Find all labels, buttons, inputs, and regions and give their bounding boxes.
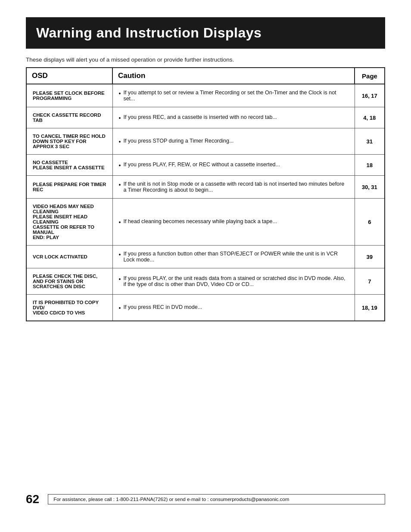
caution-cell: •If head cleaning becomes necessary whil… (112, 199, 355, 246)
caution-text: If you press REC, and a cassette is inse… (123, 114, 277, 120)
osd-cell: PLEASE CHECK THE DISC, AND FOR STAINS OR… (26, 268, 112, 295)
caution-text: If you press STOP during a Timer Recordi… (123, 138, 234, 144)
table-row: IT IS PROHIBITED TO COPY DVD/ VIDEO CD/C… (26, 295, 385, 321)
header-caution: Caution (112, 68, 355, 84)
bullet-icon: • (119, 138, 121, 145)
page-cell: 6 (355, 199, 385, 246)
caution-text: If you press a function button other tha… (123, 251, 348, 263)
osd-cell: TO CANCEL TIMER REC HOLD DOWN STOP KEY F… (26, 128, 112, 155)
page-cell: 18, 19 (355, 295, 385, 321)
bullet-icon: • (119, 162, 121, 169)
table-row: NO CASSETTE PLEASE INSERT A CASSETTE•If … (26, 155, 385, 176)
table-row: PLEASE CHECK THE DISC, AND FOR STAINS OR… (26, 268, 385, 295)
table-row: VCR LOCK ACTIVATED•If you press a functi… (26, 246, 385, 268)
header-osd: OSD (26, 68, 112, 84)
page-cell: 4, 18 (355, 107, 385, 128)
page-cell: 7 (355, 268, 385, 295)
intro-text: These displays will alert you of a misse… (26, 56, 385, 63)
page-cell: 30, 31 (355, 176, 385, 199)
page-cell: 16, 17 (355, 84, 385, 107)
caution-cell: •If you press a function button other th… (112, 246, 355, 268)
caution-cell: •If you attempt to set or review a Timer… (112, 84, 355, 107)
osd-cell: NO CASSETTE PLEASE INSERT A CASSETTE (26, 155, 112, 176)
table-row: PLEASE PREPARE FOR TIMER REC•If the unit… (26, 176, 385, 199)
page-number: 62 (26, 492, 39, 506)
warning-table: OSD Caution Page PLEASE SET CLOCK BEFORE… (26, 67, 385, 321)
caution-text: If the unit is not in Stop mode or a cas… (123, 181, 348, 193)
header-page: Page (355, 68, 385, 84)
caution-cell: •If the unit is not in Stop mode or a ca… (112, 176, 355, 199)
table-row: VIDEO HEADS MAY NEED CLEANING PLEASE INS… (26, 199, 385, 246)
caution-cell: •If you press REC, and a cassette is ins… (112, 107, 355, 128)
osd-cell: VIDEO HEADS MAY NEED CLEANING PLEASE INS… (26, 199, 112, 246)
bullet-icon: • (119, 181, 121, 188)
osd-cell: PLEASE SET CLOCK BEFORE PROGRAMMING (26, 84, 112, 107)
page-title-bar: Warning and Instruction Displays (26, 17, 385, 49)
bullet-icon: • (119, 115, 121, 121)
bullet-icon: • (119, 90, 121, 97)
osd-cell: IT IS PROHIBITED TO COPY DVD/ VIDEO CD/C… (26, 295, 112, 321)
page-title: Warning and Instruction Displays (36, 25, 375, 41)
caution-cell: •If you press PLAY, or the unit reads da… (112, 268, 355, 295)
page-container: Warning and Instruction Displays These d… (0, 0, 411, 532)
footer: 62 For assistance, please call : 1-800-2… (26, 492, 385, 506)
bullet-icon: • (119, 219, 121, 226)
table-row: PLEASE SET CLOCK BEFORE PROGRAMMING•If y… (26, 84, 385, 107)
caution-text: If you press REC in DVD mode... (123, 304, 202, 310)
osd-cell: VCR LOCK ACTIVATED (26, 246, 112, 268)
caution-cell: •If you press PLAY, FF, REW, or REC with… (112, 155, 355, 176)
table-row: CHECK CASSETTE RECORD TAB•If you press R… (26, 107, 385, 128)
bullet-icon: • (119, 251, 121, 258)
caution-cell: •If you press STOP during a Timer Record… (112, 128, 355, 155)
page-cell: 31 (355, 128, 385, 155)
table-row: TO CANCEL TIMER REC HOLD DOWN STOP KEY F… (26, 128, 385, 155)
support-text: For assistance, please call : 1-800-211-… (48, 494, 385, 504)
osd-cell: PLEASE PREPARE FOR TIMER REC (26, 176, 112, 199)
caution-text: If you attempt to set or review a Timer … (123, 90, 348, 102)
page-cell: 18 (355, 155, 385, 176)
caution-text: If head cleaning becomes necessary while… (123, 218, 277, 224)
bullet-icon: • (119, 276, 121, 283)
osd-cell: CHECK CASSETTE RECORD TAB (26, 107, 112, 128)
bullet-icon: • (119, 305, 121, 311)
caution-text: If you press PLAY, FF, REW, or REC witho… (123, 162, 280, 168)
caution-cell: •If you press REC in DVD mode... (112, 295, 355, 321)
page-cell: 39 (355, 246, 385, 268)
caution-text: If you press PLAY, or the unit reads dat… (123, 275, 348, 287)
